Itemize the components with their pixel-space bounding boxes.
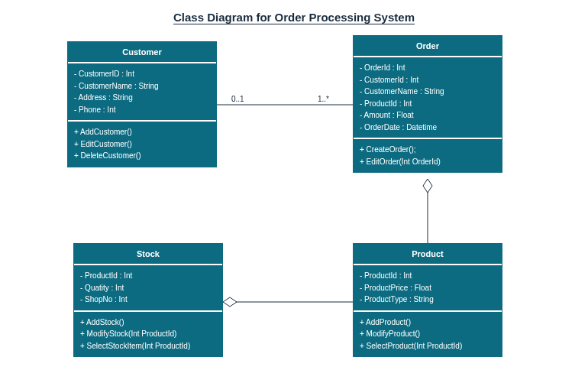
class-customer: Customer - CustomerID : Int - CustomerNa… — [67, 41, 217, 167]
attr: - OrderId : Int — [360, 62, 496, 74]
class-stock: Stock - ProductId : Int - Quatity : Int … — [73, 243, 223, 357]
diagram-title: Class Diagram for Order Processing Syste… — [0, 0, 588, 24]
op: + SelectStockItem(Int ProductId) — [80, 340, 216, 352]
class-stock-name: Stock — [74, 244, 222, 265]
op: + SelectProduct(Int ProductId) — [360, 340, 496, 352]
attr: - Quatity : Int — [80, 282, 216, 294]
class-product-attrs: - ProductId : Int - ProductPrice : Float… — [354, 265, 502, 312]
attr: - CustomerName : String — [74, 80, 210, 93]
op: + EditCustomer() — [74, 138, 210, 151]
attr: - ProductId : Int — [360, 98, 496, 110]
op: + EditOrder(Int OrderId) — [360, 156, 496, 168]
attr: - ProductId : Int — [360, 270, 496, 282]
multiplicity-left: 0..1 — [231, 95, 244, 103]
attr: - ProductPrice : Float — [360, 282, 496, 294]
attr: - CustomerID : Int — [74, 68, 210, 80]
class-stock-ops: + AddStock() + ModifyStock(Int ProductId… — [74, 312, 222, 357]
class-order: Order - OrderId : Int - CustomerId : Int… — [353, 35, 502, 173]
op: + AddProduct() — [360, 316, 496, 329]
attr: - CustomerName : String — [360, 86, 496, 98]
op: + AddStock() — [80, 316, 216, 329]
class-order-attrs: - OrderId : Int - CustomerId : Int - Cus… — [354, 57, 502, 139]
attr: - OrderDate : Datetime — [360, 122, 496, 134]
attr: - ProductType : String — [360, 294, 496, 306]
multiplicity-right: 1..* — [318, 95, 329, 103]
op: + ModifyStock(Int ProductId) — [80, 328, 216, 340]
class-customer-attrs: - CustomerID : Int - CustomerName : Stri… — [68, 63, 216, 122]
class-product-ops: + AddProduct() + ModifyProduct() + Selec… — [354, 312, 502, 357]
op: + CreateOrder(); — [360, 144, 496, 156]
op: + ModifyProduct() — [360, 328, 496, 340]
class-customer-ops: + AddCustomer() + EditCustomer() + Delet… — [68, 122, 216, 167]
svg-marker-2 — [423, 179, 432, 193]
attr: - ShopNo : Int — [80, 294, 216, 306]
attr: - ProductId : Int — [80, 270, 216, 282]
attr: - Address : String — [74, 92, 210, 104]
class-product: Product - ProductId : Int - ProductPrice… — [353, 243, 502, 357]
attr: - CustomerId : Int — [360, 74, 496, 86]
svg-marker-4 — [223, 297, 237, 307]
op: + AddCustomer() — [74, 126, 210, 138]
class-stock-attrs: - ProductId : Int - Quatity : Int - Shop… — [74, 265, 222, 312]
class-customer-name: Customer — [68, 42, 216, 63]
attr: - Phone : Int — [74, 104, 210, 116]
class-order-ops: + CreateOrder(); + EditOrder(Int OrderId… — [354, 139, 502, 172]
class-order-name: Order — [354, 36, 502, 57]
op: + DeleteCustomer() — [74, 150, 210, 162]
class-product-name: Product — [354, 244, 502, 265]
attr: - Amount : Float — [360, 109, 496, 122]
